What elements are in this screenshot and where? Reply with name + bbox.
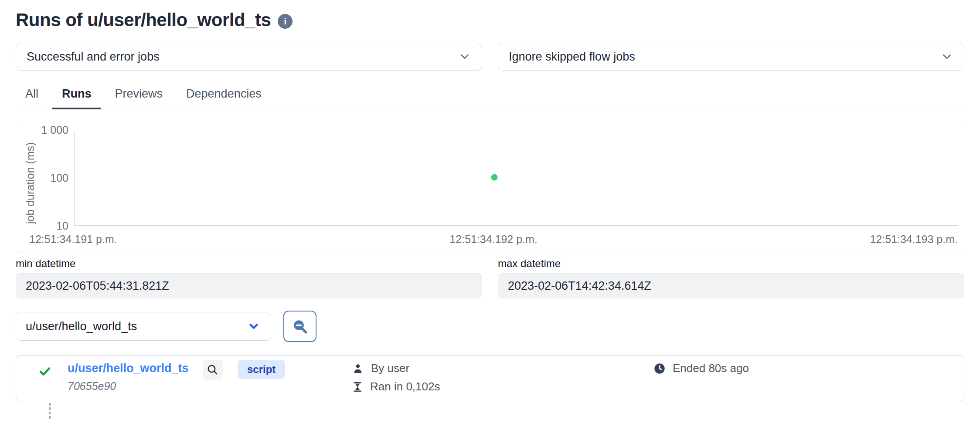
search-icon (291, 318, 309, 335)
min-datetime-group: min datetime (16, 257, 482, 298)
run-job-id: 70655e90 (68, 380, 116, 393)
x-axis-labels: 12:51:34.191 p.m. 12:51:34.192 p.m. 12:5… (29, 233, 958, 246)
run-duration: Ran in 0,102s (352, 380, 440, 393)
page-title: Runs of u/user/hello_world_ts (16, 10, 271, 30)
clock-icon (653, 362, 666, 375)
page-header: Runs of u/user/hello_world_ts i (16, 10, 964, 30)
chevron-down-icon (940, 50, 953, 63)
max-datetime-input[interactable] (498, 273, 964, 298)
tab-previews[interactable]: Previews (105, 84, 173, 109)
filters-row: Successful and error jobs Ignore skipped… (16, 43, 964, 71)
scatter-point[interactable] (491, 174, 498, 181)
info-icon[interactable]: i (278, 14, 293, 29)
y-tick-10: 10 (20, 220, 68, 232)
hourglass-icon (352, 381, 363, 393)
datetime-filters-row: min datetime max datetime (16, 257, 964, 298)
script-path-value: u/user/hello_world_ts (26, 320, 137, 333)
y-tick-100: 100 (20, 172, 68, 184)
success-check-icon (39, 365, 51, 377)
y-tick-1000: 1 000 (20, 124, 68, 136)
tab-dependencies[interactable]: Dependencies (177, 84, 271, 109)
run-path-link[interactable]: u/user/hello_world_ts (68, 362, 189, 375)
tab-runs[interactable]: Runs (52, 84, 101, 109)
min-datetime-label: min datetime (16, 257, 482, 270)
duration-scatter-chart: job duration (ms) 1 000 100 10 12:51:34.… (16, 120, 964, 251)
run-ended-text: Ended 80s ago (673, 362, 749, 375)
x-tick-192: 12:51:34.192 p.m. (449, 233, 538, 246)
script-path-select[interactable]: u/user/hello_world_ts (16, 312, 270, 341)
path-picker-row: u/user/hello_world_ts (16, 311, 964, 342)
max-datetime-group: max datetime (498, 257, 964, 298)
run-duration-text: Ran in 0,102s (370, 380, 440, 393)
run-row[interactable]: u/user/hello_world_ts 70655e90 script By… (16, 355, 964, 401)
x-tick-191: 12:51:34.191 p.m. (29, 233, 117, 246)
min-datetime-input[interactable] (16, 273, 482, 298)
job-status-filter-value: Successful and error jobs (27, 50, 160, 64)
run-author: By user (352, 362, 409, 375)
chevron-down-icon (458, 50, 471, 63)
skipped-flow-filter-select[interactable]: Ignore skipped flow jobs (498, 43, 964, 71)
inspect-run-button[interactable] (203, 360, 223, 380)
timeline-connector (49, 403, 51, 419)
job-kind-badge: script (238, 360, 285, 379)
tabs-bar: All Runs Previews Dependencies (16, 84, 964, 109)
user-icon (352, 362, 364, 375)
chevron-down-icon (247, 320, 260, 333)
job-status-filter-select[interactable]: Successful and error jobs (16, 43, 482, 71)
search-runs-button[interactable] (283, 311, 316, 342)
magnifier-icon (206, 363, 219, 376)
x-tick-193: 12:51:34.193 p.m. (870, 233, 958, 246)
tab-all[interactable]: All (16, 84, 48, 109)
run-author-text: By user (371, 362, 409, 375)
skipped-flow-filter-value: Ignore skipped flow jobs (509, 50, 635, 64)
run-ended: Ended 80s ago (653, 362, 749, 375)
max-datetime-label: max datetime (498, 257, 964, 270)
plot-area (74, 131, 958, 226)
runs-page: Runs of u/user/hello_world_ts i Successf… (0, 0, 980, 419)
